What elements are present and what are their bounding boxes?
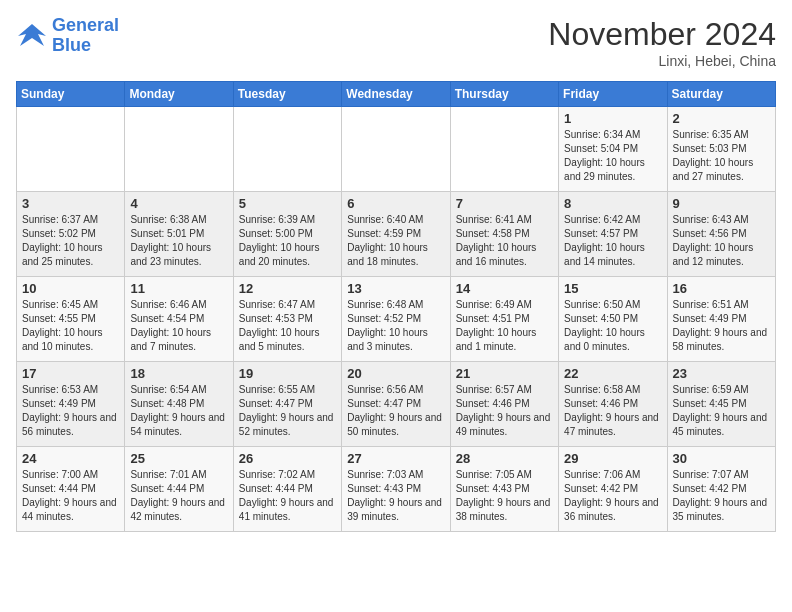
calendar-cell [450,107,558,192]
logo: General Blue [16,16,119,56]
calendar-table: SundayMondayTuesdayWednesdayThursdayFrid… [16,81,776,532]
day-number: 11 [130,281,227,296]
calendar-cell: 3Sunrise: 6:37 AM Sunset: 5:02 PM Daylig… [17,192,125,277]
day-number: 14 [456,281,553,296]
calendar-week-row: 24Sunrise: 7:00 AM Sunset: 4:44 PM Dayli… [17,447,776,532]
day-info: Sunrise: 6:40 AM Sunset: 4:59 PM Dayligh… [347,213,444,269]
calendar-cell: 16Sunrise: 6:51 AM Sunset: 4:49 PM Dayli… [667,277,775,362]
day-number: 3 [22,196,119,211]
calendar-cell: 20Sunrise: 6:56 AM Sunset: 4:47 PM Dayli… [342,362,450,447]
day-info: Sunrise: 7:01 AM Sunset: 4:44 PM Dayligh… [130,468,227,524]
day-info: Sunrise: 6:35 AM Sunset: 5:03 PM Dayligh… [673,128,770,184]
calendar-cell: 23Sunrise: 6:59 AM Sunset: 4:45 PM Dayli… [667,362,775,447]
day-info: Sunrise: 6:48 AM Sunset: 4:52 PM Dayligh… [347,298,444,354]
calendar-cell: 15Sunrise: 6:50 AM Sunset: 4:50 PM Dayli… [559,277,667,362]
day-info: Sunrise: 6:43 AM Sunset: 4:56 PM Dayligh… [673,213,770,269]
day-number: 25 [130,451,227,466]
day-header-friday: Friday [559,82,667,107]
day-info: Sunrise: 6:34 AM Sunset: 5:04 PM Dayligh… [564,128,661,184]
calendar-cell: 27Sunrise: 7:03 AM Sunset: 4:43 PM Dayli… [342,447,450,532]
day-number: 18 [130,366,227,381]
day-number: 15 [564,281,661,296]
day-header-thursday: Thursday [450,82,558,107]
day-info: Sunrise: 7:06 AM Sunset: 4:42 PM Dayligh… [564,468,661,524]
day-header-sunday: Sunday [17,82,125,107]
calendar-cell: 12Sunrise: 6:47 AM Sunset: 4:53 PM Dayli… [233,277,341,362]
day-header-monday: Monday [125,82,233,107]
day-number: 5 [239,196,336,211]
location-subtitle: Linxi, Hebei, China [548,53,776,69]
calendar-header-row: SundayMondayTuesdayWednesdayThursdayFrid… [17,82,776,107]
day-info: Sunrise: 6:46 AM Sunset: 4:54 PM Dayligh… [130,298,227,354]
calendar-cell: 9Sunrise: 6:43 AM Sunset: 4:56 PM Daylig… [667,192,775,277]
calendar-cell: 4Sunrise: 6:38 AM Sunset: 5:01 PM Daylig… [125,192,233,277]
calendar-cell: 6Sunrise: 6:40 AM Sunset: 4:59 PM Daylig… [342,192,450,277]
day-info: Sunrise: 6:51 AM Sunset: 4:49 PM Dayligh… [673,298,770,354]
day-info: Sunrise: 6:42 AM Sunset: 4:57 PM Dayligh… [564,213,661,269]
day-info: Sunrise: 7:00 AM Sunset: 4:44 PM Dayligh… [22,468,119,524]
day-number: 26 [239,451,336,466]
day-info: Sunrise: 6:59 AM Sunset: 4:45 PM Dayligh… [673,383,770,439]
page-header: General Blue November 2024 Linxi, Hebei,… [16,16,776,69]
day-number: 8 [564,196,661,211]
calendar-cell [125,107,233,192]
calendar-cell: 13Sunrise: 6:48 AM Sunset: 4:52 PM Dayli… [342,277,450,362]
calendar-cell: 18Sunrise: 6:54 AM Sunset: 4:48 PM Dayli… [125,362,233,447]
day-number: 12 [239,281,336,296]
day-number: 28 [456,451,553,466]
svg-marker-0 [18,24,46,46]
calendar-cell: 7Sunrise: 6:41 AM Sunset: 4:58 PM Daylig… [450,192,558,277]
day-info: Sunrise: 6:57 AM Sunset: 4:46 PM Dayligh… [456,383,553,439]
calendar-cell: 26Sunrise: 7:02 AM Sunset: 4:44 PM Dayli… [233,447,341,532]
day-info: Sunrise: 6:39 AM Sunset: 5:00 PM Dayligh… [239,213,336,269]
day-info: Sunrise: 7:07 AM Sunset: 4:42 PM Dayligh… [673,468,770,524]
day-number: 19 [239,366,336,381]
calendar-week-row: 3Sunrise: 6:37 AM Sunset: 5:02 PM Daylig… [17,192,776,277]
calendar-cell: 21Sunrise: 6:57 AM Sunset: 4:46 PM Dayli… [450,362,558,447]
calendar-cell: 2Sunrise: 6:35 AM Sunset: 5:03 PM Daylig… [667,107,775,192]
day-number: 20 [347,366,444,381]
day-number: 27 [347,451,444,466]
day-info: Sunrise: 7:02 AM Sunset: 4:44 PM Dayligh… [239,468,336,524]
day-header-wednesday: Wednesday [342,82,450,107]
day-info: Sunrise: 6:55 AM Sunset: 4:47 PM Dayligh… [239,383,336,439]
day-number: 4 [130,196,227,211]
day-info: Sunrise: 6:37 AM Sunset: 5:02 PM Dayligh… [22,213,119,269]
calendar-cell: 8Sunrise: 6:42 AM Sunset: 4:57 PM Daylig… [559,192,667,277]
day-number: 2 [673,111,770,126]
day-number: 21 [456,366,553,381]
day-info: Sunrise: 6:58 AM Sunset: 4:46 PM Dayligh… [564,383,661,439]
logo-icon [16,22,48,50]
day-number: 1 [564,111,661,126]
calendar-cell: 22Sunrise: 6:58 AM Sunset: 4:46 PM Dayli… [559,362,667,447]
calendar-cell: 29Sunrise: 7:06 AM Sunset: 4:42 PM Dayli… [559,447,667,532]
calendar-week-row: 10Sunrise: 6:45 AM Sunset: 4:55 PM Dayli… [17,277,776,362]
calendar-cell: 11Sunrise: 6:46 AM Sunset: 4:54 PM Dayli… [125,277,233,362]
day-info: Sunrise: 6:56 AM Sunset: 4:47 PM Dayligh… [347,383,444,439]
day-number: 10 [22,281,119,296]
calendar-cell: 14Sunrise: 6:49 AM Sunset: 4:51 PM Dayli… [450,277,558,362]
day-number: 29 [564,451,661,466]
calendar-week-row: 1Sunrise: 6:34 AM Sunset: 5:04 PM Daylig… [17,107,776,192]
calendar-cell: 10Sunrise: 6:45 AM Sunset: 4:55 PM Dayli… [17,277,125,362]
day-info: Sunrise: 6:53 AM Sunset: 4:49 PM Dayligh… [22,383,119,439]
day-info: Sunrise: 7:05 AM Sunset: 4:43 PM Dayligh… [456,468,553,524]
day-number: 9 [673,196,770,211]
day-header-saturday: Saturday [667,82,775,107]
calendar-cell [342,107,450,192]
day-number: 7 [456,196,553,211]
day-header-tuesday: Tuesday [233,82,341,107]
day-info: Sunrise: 6:41 AM Sunset: 4:58 PM Dayligh… [456,213,553,269]
day-info: Sunrise: 6:38 AM Sunset: 5:01 PM Dayligh… [130,213,227,269]
calendar-cell: 5Sunrise: 6:39 AM Sunset: 5:00 PM Daylig… [233,192,341,277]
day-number: 24 [22,451,119,466]
day-number: 22 [564,366,661,381]
day-info: Sunrise: 6:50 AM Sunset: 4:50 PM Dayligh… [564,298,661,354]
calendar-cell: 25Sunrise: 7:01 AM Sunset: 4:44 PM Dayli… [125,447,233,532]
day-number: 16 [673,281,770,296]
calendar-cell: 1Sunrise: 6:34 AM Sunset: 5:04 PM Daylig… [559,107,667,192]
day-number: 17 [22,366,119,381]
day-number: 13 [347,281,444,296]
title-block: November 2024 Linxi, Hebei, China [548,16,776,69]
calendar-cell [233,107,341,192]
